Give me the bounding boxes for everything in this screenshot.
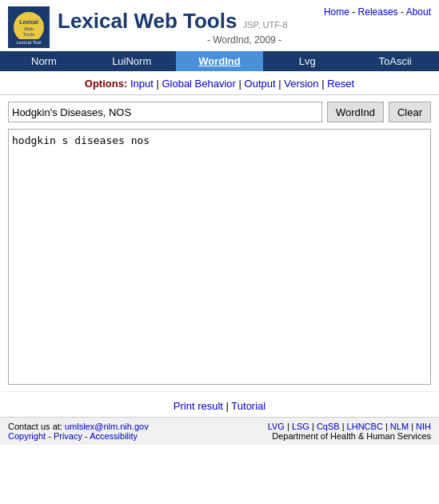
- lvg-link[interactable]: LVG: [268, 422, 285, 431]
- contact-section: Contact us at: umlslex@nlm.nih.gov Copyr…: [8, 422, 149, 441]
- header: Lexical Web Tools Lexical Tool Lexical W…: [0, 0, 439, 51]
- subtitle: - WordInd, 2009 -: [58, 34, 431, 46]
- options-label: Options:: [85, 78, 127, 90]
- dept-label: Department of Health & Human Services: [272, 431, 431, 441]
- svg-text:Tools: Tools: [23, 32, 34, 37]
- lsg-link[interactable]: LSG: [292, 422, 309, 431]
- home-link[interactable]: Home: [324, 6, 349, 18]
- tab-lvg[interactable]: Lvg: [263, 51, 351, 71]
- tab-wordind[interactable]: WordInd: [176, 51, 264, 71]
- contact-email[interactable]: umlslex@nlm.nih.gov: [65, 422, 149, 431]
- logo-label: Lexical Tool: [8, 39, 50, 46]
- option-version[interactable]: Version: [284, 78, 318, 90]
- option-global-behavior[interactable]: Global Behavior: [162, 78, 236, 90]
- privacy-link[interactable]: Privacy: [54, 431, 82, 441]
- copyright-link[interactable]: Copyright: [8, 431, 46, 441]
- accessibility-link[interactable]: Accessibility: [90, 431, 138, 441]
- about-link[interactable]: About: [406, 6, 431, 18]
- header-links: Home - Releases - About: [324, 6, 431, 18]
- search-input[interactable]: [8, 102, 322, 122]
- tutorial-link[interactable]: Tutorial: [231, 400, 265, 412]
- app-title-text: Lexical Web Tools: [58, 9, 237, 33]
- option-output[interactable]: Output: [245, 78, 276, 90]
- tab-toascii[interactable]: ToAscii: [351, 51, 439, 71]
- wordind-button[interactable]: WordInd: [327, 102, 384, 122]
- lhncbc-link[interactable]: LHNCBC: [347, 422, 383, 431]
- logo: Lexical Web Tools Lexical Tool: [8, 6, 50, 48]
- nav-tabs: Norm LuiNorm WordInd Lvg ToAscii: [0, 51, 439, 71]
- option-reset[interactable]: Reset: [327, 78, 354, 90]
- logo-inner: Lexical Web Tools: [14, 12, 44, 42]
- svg-text:Web: Web: [24, 26, 34, 31]
- encoding-label: JSP, UTF-8: [243, 20, 288, 30]
- footer-links: Print result | Tutorial: [0, 391, 439, 417]
- cqsb-link[interactable]: CqSB: [317, 422, 340, 431]
- input-row: WordInd Clear: [0, 95, 439, 129]
- clear-button[interactable]: Clear: [389, 102, 431, 122]
- releases-link[interactable]: Releases: [358, 6, 398, 18]
- options-bar: Options: Input | Global Behavior | Outpu…: [0, 71, 439, 95]
- print-result-link[interactable]: Print result: [174, 400, 223, 412]
- svg-text:Lexical: Lexical: [19, 19, 38, 25]
- nlm-link[interactable]: NLM: [390, 422, 409, 431]
- tab-luinorm[interactable]: LuiNorm: [88, 51, 176, 71]
- nih-link[interactable]: NIH: [416, 422, 431, 431]
- bottom-bar: Contact us at: umlslex@nlm.nih.gov Copyr…: [0, 417, 439, 445]
- tab-norm[interactable]: Norm: [0, 51, 88, 71]
- logo-icon: Lexical Web Tools: [14, 13, 43, 42]
- output-area[interactable]: hodgkin s diseases nos: [8, 129, 431, 385]
- contact-label: Contact us at:: [8, 422, 62, 431]
- option-input[interactable]: Input: [130, 78, 154, 90]
- bottom-right: LVG | LSG | CqSB | LHNCBC | NLM | NIH De…: [268, 422, 431, 441]
